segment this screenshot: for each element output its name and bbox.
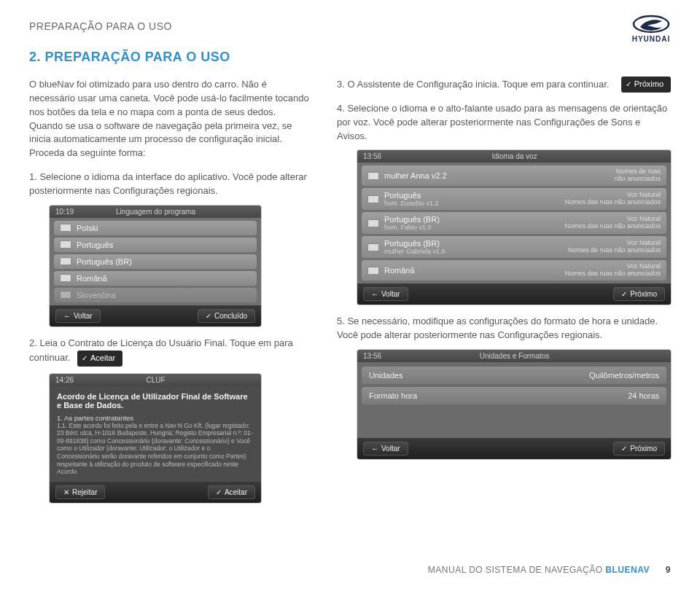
brand-name: HYUNDAI	[632, 35, 671, 43]
running-head: PREPARAÇÃO PARA O USO	[29, 20, 671, 32]
page-footer: MANUAL DO SISTEMA DE NAVEGAÇÃO BLUENAV 9	[428, 565, 671, 575]
device2-reject-button[interactable]: Rejeitar	[55, 485, 105, 499]
device3-back-button[interactable]: Voltar	[363, 287, 408, 301]
step-4-text: 4. Selecione o idioma e o alto-falante u…	[337, 102, 671, 144]
section-title: 2. PREPARAÇÃO PARA O USO	[29, 50, 671, 65]
screenshot-units: 13:56 Unidades e Formatos UnidadesQuilôm…	[357, 350, 671, 459]
voice-option[interactable]: mulher Anna v2.2Nomes de ruasnão anuncia…	[362, 165, 666, 186]
page-number: 9	[666, 565, 671, 575]
screenshot-language: 10:19 Linguagem do programa Polski Portu…	[50, 206, 261, 326]
device3-time: 13:56	[363, 152, 381, 160]
device2-time: 14:26	[55, 376, 74, 384]
lang-option[interactable]: Română	[54, 271, 257, 286]
device2-title: CLUF	[146, 376, 165, 384]
screenshot-voice: 13:56 Idioma da voz mulher Anna v2.2Nome…	[357, 150, 671, 305]
screenshot-eula: 14:26 CLUF Acordo de Licença de Utilizad…	[50, 374, 261, 503]
voice-option[interactable]: Português (BR)mulher Gabriela v1.0Voz Na…	[362, 236, 666, 258]
voice-option[interactable]: Portuguêshom. Eusebio v1.2Voz NaturalNom…	[362, 188, 666, 210]
device4-time: 13:56	[363, 352, 381, 360]
next-inline-button[interactable]: Próximo	[621, 77, 671, 93]
device4-next-button[interactable]: Próximo	[613, 442, 665, 455]
eula-lead: 1. As partes contratantes	[57, 414, 254, 422]
accept-inline-button[interactable]: Aceitar	[77, 351, 122, 367]
device3-next-button[interactable]: Próximo	[613, 287, 665, 301]
device1-time: 10:19	[55, 208, 74, 216]
device1-done-button[interactable]: Concluído	[198, 309, 255, 323]
step-3-text: 3. O Assistente de Configuração inicia. …	[337, 78, 671, 92]
units-row[interactable]: UnidadesQuilômetros/metros	[362, 367, 666, 384]
step-5-text: 5. Se necessário, modifique as configura…	[337, 315, 671, 343]
hyundai-logo: HYUNDAI	[631, 15, 671, 43]
lang-option[interactable]: Português	[54, 238, 257, 252]
lang-option[interactable]: Polski	[54, 221, 257, 235]
device3-title: Idioma da voz	[491, 152, 537, 160]
step-2-text: 2. Leia o Contrato de Licença do Usuário…	[29, 337, 312, 367]
eula-heading: Acordo de Licença de Utilizador Final de…	[57, 392, 254, 410]
voice-option[interactable]: RomânăVoz NaturalNomes das ruas não anun…	[362, 260, 666, 281]
device2-accept-button[interactable]: Aceitar	[208, 485, 255, 499]
time-format-row[interactable]: Formato hora24 horas	[362, 387, 666, 404]
voice-option[interactable]: Português (BR)hom. Fabio v1.0Voz Natural…	[362, 212, 666, 234]
lang-option[interactable]: Slovenčina	[54, 288, 257, 302]
device4-title: Unidades e Formatos	[480, 352, 550, 360]
device4-back-button[interactable]: Voltar	[363, 442, 408, 455]
device1-title: Linguagem do programa	[116, 208, 195, 216]
eula-body: 1.1. Este acordo foi feito pela e entre …	[57, 422, 254, 476]
intro-paragraph: O blueNav foi otimizado para uso dentro …	[29, 78, 312, 160]
step-1-text: 1. Selecione o idioma da interface do ap…	[29, 171, 312, 198]
device1-back-button[interactable]: Voltar	[55, 309, 101, 323]
lang-option[interactable]: Português (BR)	[54, 254, 257, 269]
